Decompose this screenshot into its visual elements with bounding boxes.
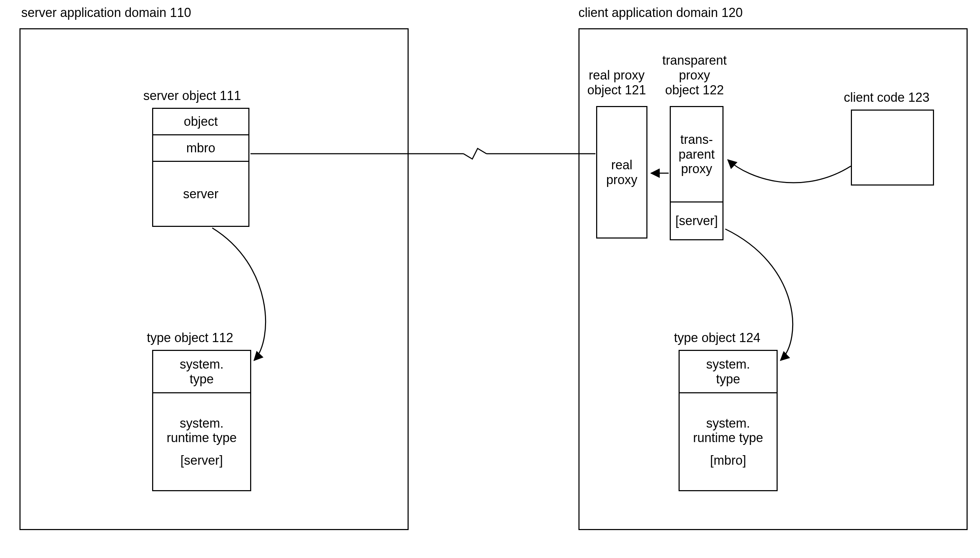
type-object-124-title: type object 124: [674, 330, 760, 345]
type-object-112-cell1: system. runtime type [server]: [153, 393, 250, 490]
real-proxy-box: real proxy: [596, 106, 647, 238]
client-code-box: [851, 110, 934, 185]
type-object-124-box: system. type system. runtime type [mbro]: [679, 350, 777, 491]
server-object-cell-server: server: [153, 162, 249, 226]
transparent-proxy-cell0: trans- parent proxy: [671, 107, 723, 202]
transparent-proxy-title: transparent proxy object 122: [657, 53, 731, 98]
client-code-title: client code 123: [844, 90, 929, 105]
type-object-112-cell0: system. type: [153, 351, 250, 393]
real-proxy-title: real proxy object 121: [585, 68, 649, 98]
type-object-112-title: type object 112: [147, 330, 233, 345]
type-object-112-box: system. type system. runtime type [serve…: [152, 350, 251, 491]
real-proxy-cell: real proxy: [597, 107, 646, 238]
client-domain-title: client application domain 120: [578, 5, 743, 20]
type-object-124-cell0: system. type: [680, 351, 777, 393]
server-object-cell-object: object: [153, 109, 249, 135]
type-object-124-cell1: system. runtime type [mbro]: [680, 393, 777, 490]
server-object-cell-mbro: mbro: [153, 135, 249, 162]
server-object-box: object mbro server: [152, 108, 249, 227]
transparent-proxy-box: trans- parent proxy [server]: [670, 106, 723, 240]
diagram-canvas: server application domain 110 client app…: [0, 0, 980, 558]
server-domain-title: server application domain 110: [21, 5, 191, 20]
server-object-title: server object 111: [143, 89, 241, 103]
transparent-proxy-cell1: [server]: [671, 202, 723, 239]
